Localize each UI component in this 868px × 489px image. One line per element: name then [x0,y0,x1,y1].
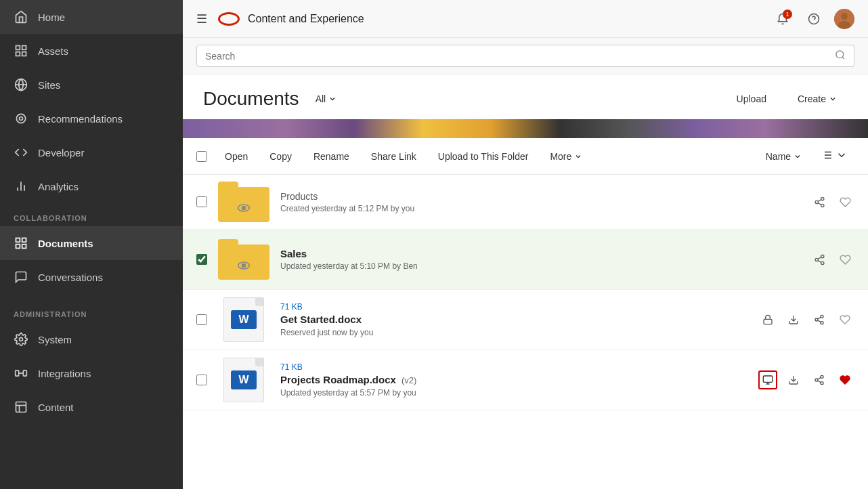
sidebar-item-developer[interactable]: Developer [0,135,183,169]
sidebar-item-label-developer: Developer [38,147,84,158]
analytics-icon [14,179,28,194]
svg-rect-17 [23,370,26,376]
sidebar-item-content[interactable]: Content [0,390,183,424]
file-checkbox-sales[interactable] [196,254,207,265]
svg-line-63 [818,381,821,383]
content-icon [14,400,28,414]
sidebar-item-documents[interactable]: Documents [0,226,183,260]
filter-all-button[interactable]: All [309,91,344,107]
file-actions-products [810,192,854,211]
sidebar-item-system[interactable]: System [0,322,183,356]
svg-rect-19 [16,402,26,412]
word-doc-icon-get-started: W [217,297,271,343]
sidebar-item-conversations[interactable]: Conversations [0,260,183,294]
sidebar-item-label-documents: Documents [38,238,93,249]
user-avatar[interactable] [834,9,854,29]
upload-to-folder-button[interactable]: Upload to This Folder [429,147,538,166]
hamburger-icon[interactable]: ☰ [196,12,207,26]
favorite-icon-projects-roadmap[interactable] [836,370,854,389]
file-checkbox-projects-roadmap[interactable] [196,375,207,385]
sidebar-item-home[interactable]: Home [0,0,183,34]
svg-point-15 [20,338,23,341]
table-row: Products Created yesterday at 5:12 PM by… [183,175,868,230]
sidebar-item-label-content: Content [38,402,74,413]
help-button[interactable] [803,8,825,30]
checkout-icon-projects-roadmap[interactable] [758,370,777,389]
share-icon-products[interactable] [810,192,829,211]
svg-point-7 [16,114,25,123]
main-content: ☰ Content and Experience 1 [183,0,868,489]
file-checkbox-get-started[interactable] [196,314,207,325]
svg-point-44 [821,255,823,257]
download-icon-get-started[interactable] [784,310,803,329]
svg-rect-16 [16,370,19,376]
folder-icon-sales [217,236,271,282]
create-button[interactable]: Create [787,89,848,109]
favorite-icon-sales[interactable] [836,250,854,269]
favorite-icon-products[interactable] [836,192,854,211]
create-label: Create [798,93,826,104]
file-name-sales: Sales [280,248,810,259]
svg-line-48 [818,257,821,259]
sidebar-item-analytics[interactable]: Analytics [0,169,183,203]
sort-button[interactable]: Name [759,147,808,166]
svg-point-43 [242,264,246,268]
sidebar-item-label-assets: Assets [38,45,68,57]
sidebar-item-integrations[interactable]: Integrations [0,356,183,390]
svg-rect-14 [16,244,20,249]
notification-badge: 1 [783,9,792,19]
svg-line-40 [818,203,821,205]
system-icon [14,332,28,347]
svg-point-36 [242,207,246,210]
upload-button[interactable]: Upload [726,89,777,109]
svg-line-47 [818,260,821,262]
sidebar-item-sites[interactable]: Sites [0,68,183,102]
copy-button[interactable]: Copy [260,147,301,166]
download-icon-projects-roadmap[interactable] [784,370,803,389]
sidebar-item-label-conversations: Conversations [38,272,103,283]
svg-point-39 [821,204,823,207]
notifications-button[interactable]: 1 [772,8,794,30]
view-toggle-button[interactable] [814,145,854,167]
select-all-checkbox[interactable] [196,151,207,162]
file-info-products: Products Created yesterday at 5:12 PM by… [280,191,810,213]
decorative-banner [183,119,868,138]
search-input[interactable] [205,51,829,62]
file-meta-projects-roadmap: Updated yesterday at 5:57 PM by you [280,388,758,398]
topbar: ☰ Content and Experience 1 [183,0,868,38]
open-button[interactable]: Open [215,147,257,166]
svg-rect-3 [16,52,20,56]
file-checkbox-products[interactable] [196,196,207,207]
sites-icon [14,77,28,92]
share-link-button[interactable]: Share Link [362,147,426,166]
app-title: Content and Experience [248,13,764,25]
sidebar-item-recommendations[interactable]: Recommendations [0,102,183,135]
more-button[interactable]: More [540,147,592,166]
svg-point-52 [815,318,818,321]
sidebar-item-assets[interactable]: Assets [0,34,183,68]
share-icon-sales[interactable] [810,250,829,269]
sidebar-item-label-home: Home [38,12,65,23]
share-icon-get-started[interactable] [810,310,829,329]
lock-icon-get-started[interactable] [758,310,777,329]
assets-icon [14,43,28,58]
folder-icon-products [217,179,271,225]
svg-rect-11 [16,238,20,242]
documents-header: Documents All Upload Create [183,75,868,119]
file-name-projects-roadmap: Projects Roadmap.docx [280,374,396,385]
svg-point-53 [821,322,823,324]
table-row: Sales Updated yesterday at 5:10 PM by Be… [183,230,868,290]
conversations-icon [14,270,28,284]
filter-label: All [316,93,326,104]
table-row: W 71 KB Get Started.docx Reserved just n… [183,290,868,350]
sort-label: Name [766,151,791,162]
doc-header-actions: Upload Create [726,89,848,109]
file-name-get-started: Get Started.docx [280,314,362,325]
favorite-icon-get-started[interactable] [836,310,854,329]
rename-button[interactable]: Rename [304,147,359,166]
svg-rect-49 [764,319,772,324]
svg-rect-13 [22,244,26,249]
share-icon-projects-roadmap[interactable] [810,370,829,389]
svg-point-51 [821,315,823,318]
sidebar-item-label-sites: Sites [38,79,60,91]
